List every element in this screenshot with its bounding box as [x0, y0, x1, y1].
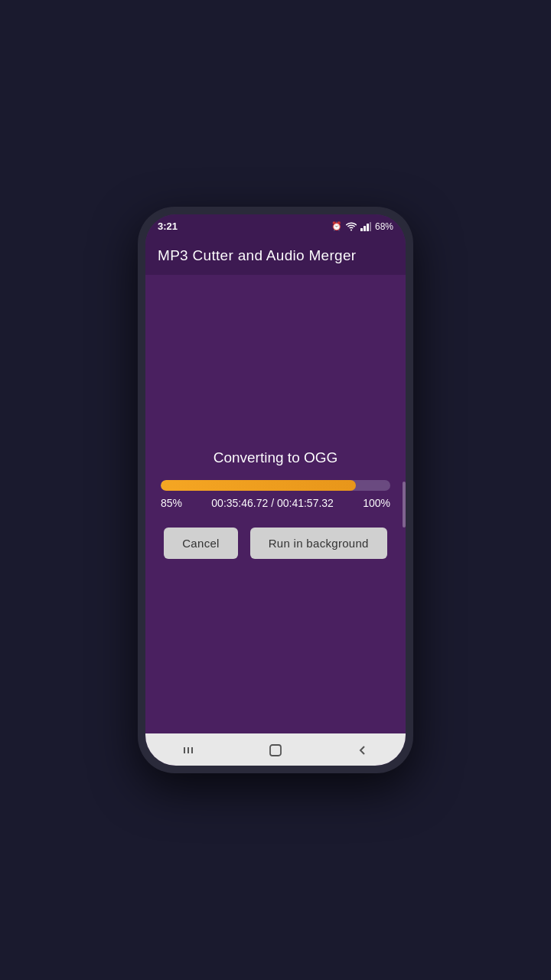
- converting-label: Converting to OGG: [214, 449, 338, 466]
- back-icon[interactable]: [356, 743, 370, 757]
- svg-rect-3: [370, 222, 371, 231]
- progress-time: 00:35:46.72 / 00:41:57.32: [211, 497, 334, 509]
- home-icon[interactable]: [268, 743, 283, 758]
- svg-rect-0: [360, 228, 363, 231]
- bottom-nav: [145, 733, 406, 766]
- wifi-icon: [346, 222, 357, 231]
- signal-icon: [360, 222, 371, 231]
- progress-info-row: 85% 00:35:46.72 / 00:41:57.32 100%: [161, 497, 390, 509]
- app-bar: MP3 Cutter and Audio Merger: [145, 237, 406, 275]
- scroll-indicator: [403, 482, 406, 528]
- progress-right-label: 100%: [363, 497, 390, 509]
- progress-left-label: 85%: [161, 497, 182, 509]
- progress-bar-container: [161, 480, 390, 491]
- main-content: Converting to OGG 85% 00:35:46.72 / 00:4…: [145, 275, 406, 733]
- recent-apps-icon[interactable]: [181, 743, 195, 757]
- run-in-background-button[interactable]: Run in background: [250, 528, 387, 559]
- progress-bar-fill: [161, 480, 356, 491]
- svg-rect-1: [364, 226, 366, 231]
- phone-screen: 3:21 ⏰ 68%: [145, 214, 406, 766]
- status-icons: ⏰ 68%: [331, 221, 393, 232]
- battery-icon: 68%: [375, 221, 393, 232]
- buttons-row: Cancel Run in background: [161, 528, 390, 559]
- alarm-icon: ⏰: [331, 221, 342, 231]
- app-title: MP3 Cutter and Audio Merger: [158, 247, 356, 263]
- svg-rect-7: [270, 745, 281, 756]
- status-time: 3:21: [158, 220, 178, 232]
- cancel-button[interactable]: Cancel: [164, 528, 238, 559]
- phone-frame: 3:21 ⏰ 68%: [138, 207, 413, 773]
- status-bar: 3:21 ⏰ 68%: [145, 214, 406, 237]
- svg-rect-2: [367, 224, 369, 231]
